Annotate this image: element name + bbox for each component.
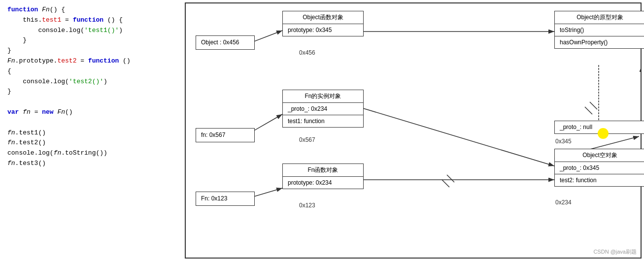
fn-instance-test1: test1: function bbox=[283, 115, 363, 127]
fn-func-title: Fn函数对象 bbox=[283, 164, 363, 176]
code-line-11: var fn = new Fn() bbox=[7, 107, 175, 118]
object-ref-label: Object : 0x456 bbox=[201, 39, 239, 46]
code-line-12 bbox=[7, 118, 175, 128]
fn-instance-box: Fn的实例对象 _proto_: 0x234 test1: function bbox=[282, 90, 364, 128]
svg-line-13 bbox=[442, 180, 449, 187]
fn-ref-box: fn: 0x567 bbox=[196, 128, 255, 142]
object-proto-hasown: hasOwnProperty() bbox=[555, 36, 644, 48]
proto-null-label: _proto_: null bbox=[560, 124, 592, 130]
fn-instance-title: Fn的实例对象 bbox=[283, 90, 363, 102]
object-empty-test2: test2: function bbox=[555, 174, 644, 186]
code-line-3: console.log('test1()') bbox=[7, 26, 175, 36]
object-func-box: Object函数对象 prototype: 0x345 bbox=[282, 11, 364, 36]
object-ref-box: Object : 0x456 bbox=[196, 35, 255, 50]
code-line-6: Fn.prototype.test2 = function () bbox=[7, 56, 175, 66]
object-empty-title: Object空对象 bbox=[555, 149, 644, 162]
code-panel: function Fn() { this.test1 = function ()… bbox=[0, 0, 182, 261]
code-line-1: function Fn() { bbox=[7, 5, 175, 15]
watermark: CSDN @java刷题 bbox=[593, 248, 637, 256]
svg-line-6 bbox=[585, 107, 592, 114]
fn-func-box: Fn函数对象 prototype: 0x234 bbox=[282, 163, 364, 189]
object-empty-addr: 0x234 bbox=[555, 199, 572, 206]
code-line-10 bbox=[7, 97, 175, 107]
fn-instance-addr: 0x567 bbox=[299, 136, 315, 143]
code-line-9: } bbox=[7, 87, 175, 97]
fn-func-addr: 0x123 bbox=[299, 202, 315, 209]
object-proto-tostring: toString() bbox=[555, 24, 644, 36]
object-func-prototype: prototype: 0x345 bbox=[283, 24, 363, 36]
object-empty-box: Object空对象 _proto_: 0x345 test2: function bbox=[554, 149, 644, 187]
object-func-addr: 0x456 bbox=[299, 49, 315, 56]
code-line-13: fn.test1() bbox=[7, 128, 175, 138]
fn-instance-proto: _proto_: 0x234 bbox=[283, 102, 363, 115]
svg-line-5 bbox=[590, 102, 597, 109]
Fn-ref-label: Fn: 0x123 bbox=[201, 195, 227, 202]
object-proto-title: Object的原型对象 bbox=[555, 11, 644, 24]
fn-func-prototype: prototype: 0x234 bbox=[283, 176, 363, 189]
yellow-dot bbox=[598, 128, 609, 139]
code-line-15: console.log(fn.toString()) bbox=[7, 148, 175, 159]
diagram-panel: Object : 0x456 fn: 0x567 Fn: 0x123 Objec… bbox=[185, 2, 642, 259]
code-line-16: fn.test3() bbox=[7, 159, 175, 169]
svg-line-12 bbox=[447, 175, 454, 182]
fn-ref-label: fn: 0x567 bbox=[201, 131, 225, 138]
code-line-4: } bbox=[7, 35, 175, 46]
code-line-2: this.test1 = function () { bbox=[7, 15, 175, 26]
object-empty-proto: _proto_: 0x345 bbox=[555, 162, 644, 174]
code-line-14: fn.test2() bbox=[7, 138, 175, 148]
object-func-title: Object函数对象 bbox=[283, 11, 363, 24]
svg-line-8 bbox=[363, 108, 554, 166]
code-line-5: } bbox=[7, 46, 175, 56]
proto-null-addr: 0x345 bbox=[555, 138, 572, 145]
code-line-7: { bbox=[7, 66, 175, 77]
Fn-ref-box: Fn: 0x123 bbox=[196, 192, 255, 206]
code-line-8: console.log('test2()') bbox=[7, 77, 175, 87]
object-proto-box: Object的原型对象 toString() hasOwnProperty() bbox=[554, 11, 644, 49]
